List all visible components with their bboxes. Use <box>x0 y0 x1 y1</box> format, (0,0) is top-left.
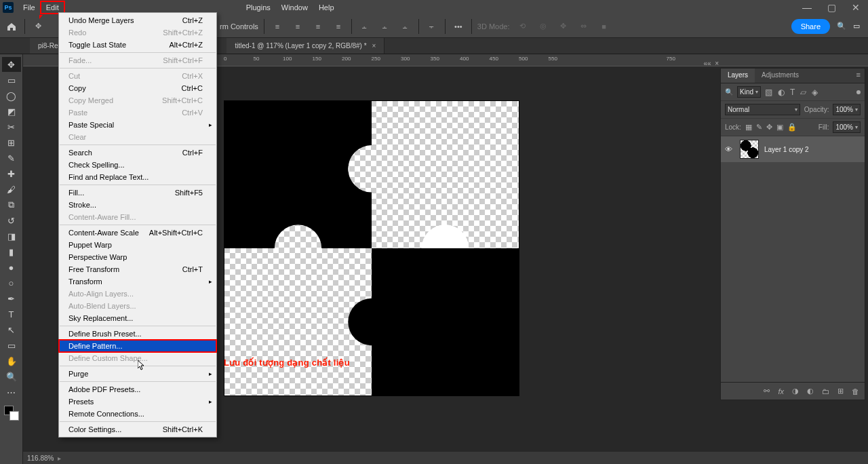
opacity-field[interactable]: 100%▾ <box>833 104 861 115</box>
stamp-tool[interactable]: ⧉ <box>2 197 21 212</box>
menu-item-toggle-last-state[interactable]: Toggle Last StateAlt+Ctrl+Z <box>59 39 216 51</box>
menu-plugins[interactable]: Plugins <box>241 1 276 14</box>
lock-artboard-icon[interactable]: ▣ <box>776 123 783 132</box>
path-select-tool[interactable]: ↖ <box>2 322 21 337</box>
filter-kind-select[interactable]: Kind ▾ <box>737 86 761 98</box>
rectangle-tool[interactable]: ▭ <box>2 338 21 353</box>
zoom-level[interactable]: 116.88% <box>27 455 54 462</box>
object-select-tool[interactable]: ◩ <box>2 104 21 119</box>
lock-pixels-icon[interactable]: ✎ <box>756 123 762 132</box>
move-tool-icon[interactable]: ✥ <box>31 19 45 34</box>
menu-item-search[interactable]: SearchCtrl+F <box>59 147 216 159</box>
marquee-tool[interactable]: ▭ <box>2 73 21 88</box>
blend-mode-select[interactable]: Normal▾ <box>725 104 800 115</box>
menu-item-transform[interactable]: Transform <box>59 275 216 288</box>
brush-tool[interactable]: 🖌 <box>2 182 21 197</box>
menu-item-remote-connections[interactable]: Remote Connections... <box>59 408 216 420</box>
visibility-icon[interactable]: 👁 <box>725 145 734 153</box>
menu-item-paste-special[interactable]: Paste Special <box>59 119 216 131</box>
blur-tool[interactable]: ● <box>2 260 21 275</box>
menu-item-perspective-warp[interactable]: Perspective Warp <box>59 251 216 263</box>
color-swatches[interactable] <box>4 406 19 421</box>
menu-item-content-aware-scale[interactable]: Content-Aware ScaleAlt+Shift+Ctrl+C <box>59 227 216 239</box>
tab-layers[interactable]: Layers <box>721 69 755 83</box>
menu-item-sky-replacement[interactable]: Sky Replacement... <box>59 312 216 324</box>
align-left-icon[interactable]: ≡ <box>270 19 285 34</box>
menu-item-color-settings[interactable]: Color Settings...Shift+Ctrl+K <box>59 423 216 436</box>
group-icon[interactable]: 🗀 <box>822 387 829 395</box>
delete-layer-icon[interactable]: 🗑 <box>852 387 859 395</box>
close-tab-icon[interactable]: × <box>372 42 376 50</box>
history-brush-tool[interactable]: ↺ <box>2 213 21 228</box>
mask-icon[interactable]: ◑ <box>792 387 799 395</box>
gradient-tool[interactable]: ▮ <box>2 244 21 259</box>
eraser-tool[interactable]: ◨ <box>2 229 21 244</box>
type-tool[interactable]: T <box>2 307 21 322</box>
menu-item-find-and-replace-text[interactable]: Find and Replace Text... <box>59 171 216 183</box>
collapse-panel-strip[interactable]: «« × <box>703 60 719 67</box>
healing-tool[interactable]: ✚ <box>2 166 21 181</box>
menu-item-puppet-warp[interactable]: Puppet Warp <box>59 239 216 251</box>
filter-adjust-icon[interactable]: ◐ <box>778 88 785 97</box>
menu-item-copy[interactable]: CopyCtrl+C <box>59 82 216 94</box>
link-layers-icon[interactable]: ⚯ <box>764 387 770 395</box>
move-tool[interactable]: ✥ <box>2 57 21 72</box>
filter-pixel-icon[interactable]: ▧ <box>765 88 772 97</box>
hand-tool[interactable]: ✋ <box>2 353 21 368</box>
fx-icon[interactable]: fx <box>778 387 784 395</box>
minimize-button[interactable]: — <box>795 0 819 15</box>
search-icon[interactable]: 🔍 <box>837 22 846 31</box>
filter-shape-icon[interactable]: ▱ <box>800 88 806 97</box>
align-top-icon[interactable]: ⫠ <box>357 19 372 34</box>
lock-all-icon[interactable]: 🔒 <box>787 123 797 132</box>
layer-thumbnail[interactable] <box>740 140 759 159</box>
menu-window[interactable]: Window <box>276 1 313 14</box>
menu-item-stroke[interactable]: Stroke... <box>59 199 216 211</box>
panel-menu-icon[interactable]: ≡ <box>852 69 865 83</box>
menu-item-presets[interactable]: Presets <box>59 395 216 408</box>
more-icon[interactable]: ••• <box>451 19 466 34</box>
menu-item-check-spelling[interactable]: Check Spelling... <box>59 159 216 171</box>
menu-help[interactable]: Help <box>313 1 340 14</box>
close-window-button[interactable]: ✕ <box>844 0 868 15</box>
filter-type-icon[interactable]: T <box>790 88 795 97</box>
status-chevron-icon[interactable]: ▸ <box>58 455 61 462</box>
lasso-tool[interactable]: ◯ <box>2 88 21 103</box>
menu-item-define-brush-preset[interactable]: Define Brush Preset... <box>59 328 216 340</box>
menu-item-fill[interactable]: Fill...Shift+F5 <box>59 187 216 199</box>
align-justify-icon[interactable]: ≡ <box>331 19 346 34</box>
share-button[interactable]: Share <box>791 19 830 34</box>
menu-item-define-pattern[interactable]: Define Pattern... <box>59 340 216 352</box>
zoom-tool[interactable]: 🔍 <box>2 369 21 384</box>
frame-tool[interactable]: ⊞ <box>2 135 21 150</box>
workspace-icon[interactable]: ▭ <box>853 22 860 31</box>
adjustment-layer-icon[interactable]: ◐ <box>807 387 814 395</box>
menu-item-free-transform[interactable]: Free TransformCtrl+T <box>59 263 216 275</box>
align-center-h-icon[interactable]: ≡ <box>290 19 305 34</box>
align-right-icon[interactable]: ≡ <box>311 19 326 34</box>
filter-smart-icon[interactable]: ◈ <box>812 88 818 97</box>
lock-position-icon[interactable]: ✥ <box>766 123 772 132</box>
distribute-icon[interactable]: ⫟ <box>425 19 439 34</box>
layer-row[interactable]: 👁 Layer 1 copy 2 <box>721 136 865 162</box>
menu-item-adobe-pdf-presets[interactable]: Adobe PDF Presets... <box>59 383 216 395</box>
align-bottom-icon[interactable]: ⫠ <box>398 19 413 34</box>
align-center-v-icon[interactable]: ⫠ <box>378 19 393 34</box>
tab-adjustments[interactable]: Adjustments <box>755 69 806 83</box>
home-button[interactable] <box>4 19 19 34</box>
edit-toolbar[interactable]: ⋯ <box>2 385 21 400</box>
menu-file[interactable]: File <box>18 1 41 14</box>
document-tab[interactable]: titled-1 @ 117% (Layer 1 copy 2, RGB/8#)… <box>226 38 384 54</box>
filter-toggle[interactable] <box>856 90 861 94</box>
lock-transparency-icon[interactable]: ▦ <box>745 123 752 132</box>
maximize-button[interactable]: ▢ <box>819 0 844 15</box>
dodge-tool[interactable]: ○ <box>2 275 21 290</box>
fill-field[interactable]: 100%▾ <box>833 121 861 133</box>
document-canvas[interactable] <box>224 100 519 396</box>
pen-tool[interactable]: ✒ <box>2 291 21 306</box>
menu-item-undo-merge-layers[interactable]: Undo Merge LayersCtrl+Z <box>59 14 216 26</box>
eyedropper-tool[interactable]: ✎ <box>2 151 21 166</box>
new-layer-icon[interactable]: ⊞ <box>837 387 844 395</box>
background-color[interactable] <box>9 411 19 421</box>
crop-tool[interactable]: ✂ <box>2 119 21 134</box>
